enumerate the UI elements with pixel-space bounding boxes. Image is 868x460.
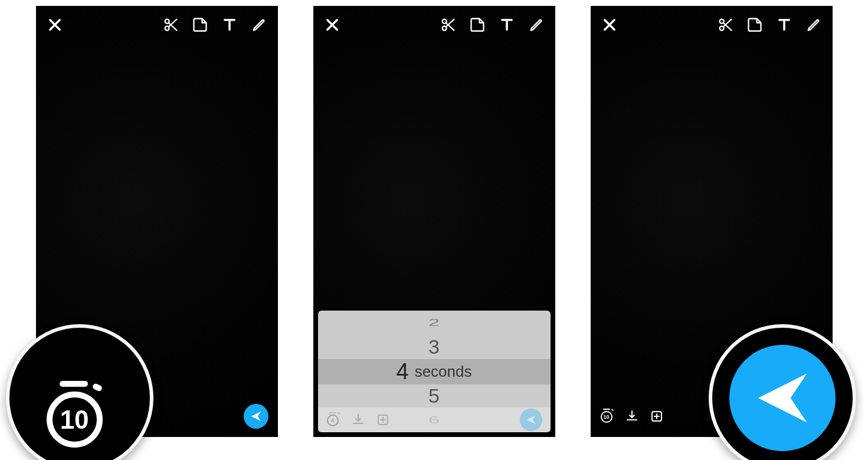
download-icon[interactable] (625, 409, 639, 423)
close-icon[interactable] (601, 17, 618, 33)
picker-selected-label: seconds (415, 363, 472, 381)
draw-pencil-icon[interactable] (805, 17, 822, 33)
send-button[interactable] (244, 404, 268, 429)
text-icon[interactable] (499, 17, 515, 33)
text-icon[interactable] (221, 17, 238, 33)
close-icon[interactable] (324, 17, 340, 33)
picker-option-selected[interactable]: 4 seconds (318, 359, 551, 384)
close-icon[interactable] (47, 17, 63, 33)
top-bar (36, 17, 278, 33)
picker-option[interactable]: 2 (318, 317, 551, 328)
add-story-icon[interactable] (650, 409, 664, 423)
sticker-icon[interactable] (469, 17, 486, 33)
scissors-icon[interactable] (440, 17, 456, 33)
scissors-icon[interactable] (162, 17, 179, 33)
picker-option[interactable]: 5 (318, 384, 551, 409)
draw-pencil-icon[interactable] (251, 17, 267, 33)
seconds-picker[interactable]: 2 3 4 seconds 5 6 4 (318, 311, 551, 432)
send-button-faded[interactable] (520, 409, 542, 431)
add-story-icon[interactable] (376, 413, 390, 427)
edit-tools (440, 17, 545, 33)
sticker-icon[interactable] (746, 17, 763, 33)
picker-bottom-bar: 4 (318, 407, 551, 432)
top-bar (591, 17, 833, 33)
download-icon[interactable] (351, 413, 365, 427)
send-button-zoom (729, 345, 836, 451)
text-icon[interactable] (776, 17, 792, 33)
timer-icon[interactable]: 4 (326, 413, 340, 427)
timer-button[interactable]: 10 (600, 409, 614, 423)
timer-value-zoom: 10 (47, 392, 103, 448)
top-bar (313, 17, 555, 33)
screen-2-timer-picker: 2 3 4 seconds 5 6 4 (313, 6, 555, 437)
timer-icon-zoom: 10 (42, 381, 113, 452)
scissors-icon[interactable] (717, 17, 733, 33)
timer-value: 10 (601, 411, 612, 423)
draw-pencil-icon[interactable] (528, 17, 545, 33)
sticker-icon[interactable] (192, 17, 208, 33)
edit-tools (162, 17, 267, 33)
picker-option[interactable]: 3 (318, 335, 551, 359)
edit-tools (717, 17, 822, 33)
picker-selected-value: 4 (397, 359, 409, 384)
